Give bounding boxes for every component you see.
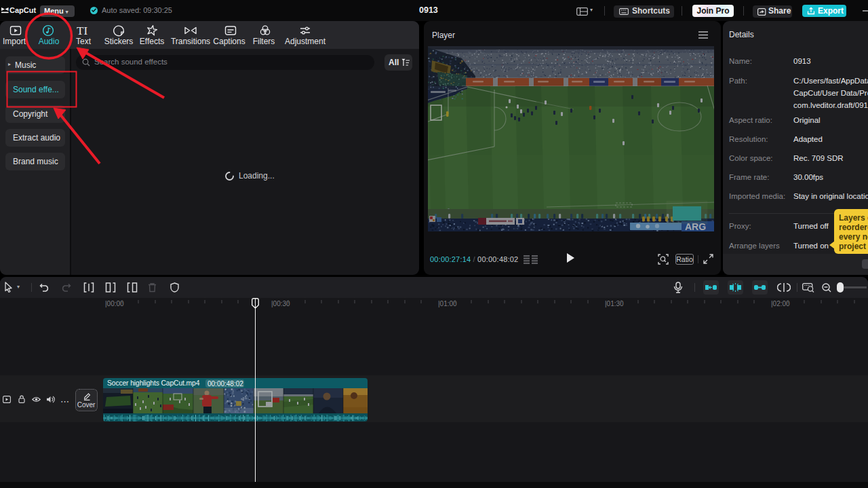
svg-text:|00:00: |00:00 (105, 300, 124, 307)
svg-text:|00:30: |00:30 (271, 300, 290, 307)
svg-text:|01:00: |01:00 (438, 300, 457, 307)
svg-text:TI: TI (77, 24, 87, 37)
svg-text:|02:00: |02:00 (771, 300, 790, 307)
